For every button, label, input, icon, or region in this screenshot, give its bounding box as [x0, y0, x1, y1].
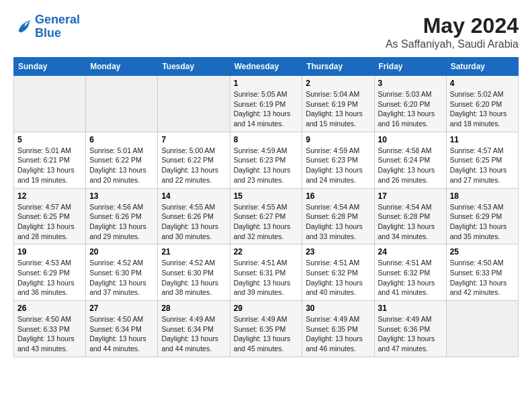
day-number: 13 [89, 191, 154, 201]
day-info: Sunrise: 4:54 AM Sunset: 6:28 PM Dayligh… [378, 202, 443, 242]
day-number: 27 [89, 304, 154, 313]
day-number: 3 [378, 79, 443, 88]
day-cell [446, 301, 518, 357]
day-number: 20 [89, 247, 154, 257]
day-number: 18 [450, 191, 515, 201]
day-number: 16 [306, 191, 370, 201]
day-info: Sunrise: 5:01 AM Sunset: 6:22 PM Dayligh… [89, 146, 154, 185]
day-number: 14 [161, 191, 226, 201]
day-cell [86, 76, 158, 132]
day-cell: 12Sunrise: 4:57 AM Sunset: 6:25 PM Dayli… [14, 188, 86, 244]
day-cell: 21Sunrise: 4:52 AM Sunset: 6:30 PM Dayli… [158, 244, 230, 301]
day-number: 25 [450, 247, 515, 257]
day-cell: 3Sunrise: 5:03 AM Sunset: 6:20 PM Daylig… [374, 76, 446, 132]
day-cell: 11Sunrise: 4:57 AM Sunset: 6:25 PM Dayli… [446, 132, 518, 188]
day-cell: 27Sunrise: 4:50 AM Sunset: 6:34 PM Dayli… [86, 301, 158, 357]
day-number: 22 [234, 247, 299, 257]
day-cell: 22Sunrise: 4:51 AM Sunset: 6:31 PM Dayli… [230, 244, 302, 301]
day-cell: 7Sunrise: 5:00 AM Sunset: 6:22 PM Daylig… [158, 132, 230, 188]
day-number: 19 [17, 247, 82, 257]
logo: General Blue [13, 13, 80, 40]
day-info: Sunrise: 5:03 AM Sunset: 6:20 PM Dayligh… [378, 89, 443, 129]
day-info: Sunrise: 4:57 AM Sunset: 6:25 PM Dayligh… [17, 202, 82, 242]
header-row: SundayMondayTuesdayWednesdayThursdayFrid… [14, 58, 519, 76]
day-info: Sunrise: 4:58 AM Sunset: 6:24 PM Dayligh… [378, 146, 443, 185]
day-cell [14, 76, 86, 132]
week-row-3: 19Sunrise: 4:53 AM Sunset: 6:29 PM Dayli… [14, 244, 519, 301]
day-cell: 23Sunrise: 4:51 AM Sunset: 6:32 PM Dayli… [302, 244, 374, 301]
day-info: Sunrise: 4:50 AM Sunset: 6:33 PM Dayligh… [17, 314, 82, 354]
header-monday: Monday [86, 58, 158, 76]
day-number: 1 [234, 79, 299, 88]
day-info: Sunrise: 4:49 AM Sunset: 6:36 PM Dayligh… [378, 314, 443, 354]
day-cell: 13Sunrise: 4:56 AM Sunset: 6:26 PM Dayli… [86, 188, 158, 244]
day-cell: 28Sunrise: 4:49 AM Sunset: 6:34 PM Dayli… [158, 301, 230, 357]
day-cell: 9Sunrise: 4:59 AM Sunset: 6:23 PM Daylig… [302, 132, 374, 188]
day-number: 24 [378, 247, 443, 257]
day-info: Sunrise: 4:50 AM Sunset: 6:33 PM Dayligh… [450, 258, 515, 298]
day-number: 15 [234, 191, 299, 201]
day-cell: 14Sunrise: 4:55 AM Sunset: 6:26 PM Dayli… [158, 188, 230, 244]
day-info: Sunrise: 4:55 AM Sunset: 6:27 PM Dayligh… [234, 202, 299, 242]
day-number: 31 [378, 304, 443, 313]
day-info: Sunrise: 4:54 AM Sunset: 6:28 PM Dayligh… [306, 202, 370, 242]
header-sunday: Sunday [14, 58, 86, 76]
day-number: 21 [161, 247, 226, 257]
week-row-0: 1Sunrise: 5:05 AM Sunset: 6:19 PM Daylig… [14, 76, 519, 132]
day-info: Sunrise: 4:53 AM Sunset: 6:29 PM Dayligh… [17, 258, 82, 298]
page-title: May 2024 [386, 13, 519, 38]
day-number: 9 [306, 135, 370, 144]
day-number: 26 [17, 304, 82, 313]
day-cell: 5Sunrise: 5:01 AM Sunset: 6:21 PM Daylig… [14, 132, 86, 188]
page-header: General Blue May 2024 As Saffaniyah, Sau… [13, 13, 519, 50]
day-cell: 18Sunrise: 4:53 AM Sunset: 6:29 PM Dayli… [446, 188, 518, 244]
day-number: 8 [234, 135, 299, 144]
calendar-table: SundayMondayTuesdayWednesdayThursdayFrid… [13, 57, 519, 357]
day-info: Sunrise: 4:53 AM Sunset: 6:29 PM Dayligh… [450, 202, 515, 242]
day-number: 4 [450, 79, 515, 88]
day-number: 2 [306, 79, 370, 88]
day-info: Sunrise: 4:59 AM Sunset: 6:23 PM Dayligh… [234, 146, 299, 185]
header-thursday: Thursday [302, 58, 374, 76]
page-subtitle: As Saffaniyah, Saudi Arabia [386, 38, 519, 50]
day-info: Sunrise: 4:52 AM Sunset: 6:30 PM Dayligh… [89, 258, 154, 298]
day-info: Sunrise: 4:57 AM Sunset: 6:25 PM Dayligh… [450, 146, 515, 185]
day-info: Sunrise: 5:00 AM Sunset: 6:22 PM Dayligh… [161, 146, 226, 185]
logo-text: General Blue [35, 13, 80, 40]
day-cell: 1Sunrise: 5:05 AM Sunset: 6:19 PM Daylig… [230, 76, 302, 132]
day-number: 28 [161, 304, 226, 313]
day-info: Sunrise: 5:05 AM Sunset: 6:19 PM Dayligh… [234, 89, 299, 129]
day-cell: 24Sunrise: 4:51 AM Sunset: 6:32 PM Dayli… [374, 244, 446, 301]
day-info: Sunrise: 4:59 AM Sunset: 6:23 PM Dayligh… [306, 146, 370, 185]
day-info: Sunrise: 4:49 AM Sunset: 6:35 PM Dayligh… [306, 314, 370, 354]
header-saturday: Saturday [446, 58, 518, 76]
day-info: Sunrise: 4:49 AM Sunset: 6:35 PM Dayligh… [234, 314, 299, 354]
day-cell: 2Sunrise: 5:04 AM Sunset: 6:19 PM Daylig… [302, 76, 374, 132]
day-info: Sunrise: 5:02 AM Sunset: 6:20 PM Dayligh… [450, 89, 515, 129]
week-row-2: 12Sunrise: 4:57 AM Sunset: 6:25 PM Dayli… [14, 188, 519, 244]
week-row-4: 26Sunrise: 4:50 AM Sunset: 6:33 PM Dayli… [14, 301, 519, 357]
day-number: 29 [234, 304, 299, 313]
day-cell: 6Sunrise: 5:01 AM Sunset: 6:22 PM Daylig… [86, 132, 158, 188]
day-info: Sunrise: 4:51 AM Sunset: 6:32 PM Dayligh… [306, 258, 370, 298]
day-cell: 19Sunrise: 4:53 AM Sunset: 6:29 PM Dayli… [14, 244, 86, 301]
day-number: 10 [378, 135, 443, 144]
day-number: 12 [17, 191, 82, 201]
day-cell [158, 76, 230, 132]
day-info: Sunrise: 4:52 AM Sunset: 6:30 PM Dayligh… [161, 258, 226, 298]
day-number: 6 [89, 135, 154, 144]
title-block: May 2024 As Saffaniyah, Saudi Arabia [386, 13, 519, 50]
day-info: Sunrise: 4:50 AM Sunset: 6:34 PM Dayligh… [89, 314, 154, 354]
week-row-1: 5Sunrise: 5:01 AM Sunset: 6:21 PM Daylig… [14, 132, 519, 188]
header-wednesday: Wednesday [230, 58, 302, 76]
day-number: 17 [378, 191, 443, 201]
day-cell: 29Sunrise: 4:49 AM Sunset: 6:35 PM Dayli… [230, 301, 302, 357]
day-number: 11 [450, 135, 515, 144]
day-cell: 25Sunrise: 4:50 AM Sunset: 6:33 PM Dayli… [446, 244, 518, 301]
day-number: 5 [17, 135, 82, 144]
day-info: Sunrise: 4:51 AM Sunset: 6:32 PM Dayligh… [378, 258, 443, 298]
day-cell: 26Sunrise: 4:50 AM Sunset: 6:33 PM Dayli… [14, 301, 86, 357]
day-cell: 16Sunrise: 4:54 AM Sunset: 6:28 PM Dayli… [302, 188, 374, 244]
day-number: 30 [306, 304, 370, 313]
day-cell: 17Sunrise: 4:54 AM Sunset: 6:28 PM Dayli… [374, 188, 446, 244]
